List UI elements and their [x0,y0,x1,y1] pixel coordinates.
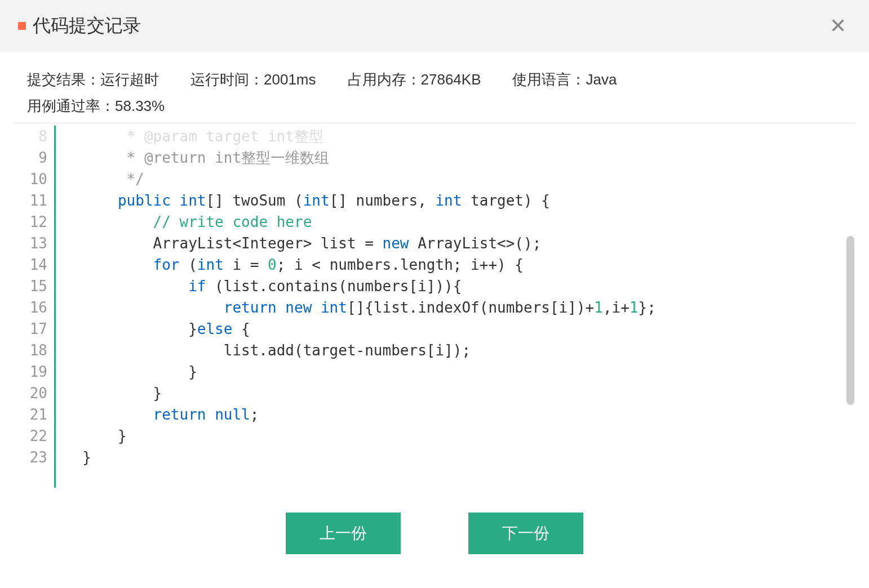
line-number: 8 [14,126,47,147]
result-value: 运行超时 [100,71,159,88]
code-line: */ [65,168,855,190]
code-line: }else { [65,318,855,340]
code-line: public int[] twoSum (int[] numbers, int … [65,190,855,211]
line-number: 15 [14,275,47,297]
code-line: ArrayList<Integer> list = new ArrayList<… [65,233,855,254]
memory-label: 占用内存： [348,71,421,88]
info-row-2: 用例通过率：58.33% [27,93,842,119]
submission-modal: 代码提交记录 ✕ 提交结果：运行超时 运行时间：2001ms 占用内存：2786… [0,0,869,588]
line-number: 18 [14,340,47,361]
line-number: 22 [14,425,47,447]
passrate-value: 58.33% [115,97,165,114]
code-line: } [65,447,855,468]
code-line: } [65,425,855,447]
result-info: 提交结果：运行超时 [27,66,159,93]
line-number-gutter: 891011121314151617181920212223 [14,123,54,490]
result-label: 提交结果： [27,71,100,88]
code-line: * @return int整型一维数组 [65,147,855,168]
modal-title: 代码提交记录 [33,14,141,38]
scrollbar-track[interactable] [846,123,854,490]
line-number: 23 [14,447,47,468]
line-number: 13 [14,233,47,254]
code-line: } [65,382,855,404]
scrollbar-thumb[interactable] [846,236,854,405]
runtime-label: 运行时间： [190,71,264,88]
info-row-1: 提交结果：运行超时 运行时间：2001ms 占用内存：27864KB 使用语言：… [27,66,842,93]
line-number: 16 [14,297,47,318]
language-label: 使用语言： [512,71,586,88]
line-number: 14 [14,254,47,275]
line-number: 17 [14,318,47,340]
code-line: for (int i = 0; i < numbers.length; i++)… [65,254,855,275]
runtime-info: 运行时间：2001ms [190,66,316,93]
line-number: 19 [14,361,47,382]
modal-header: 代码提交记录 ✕ [0,0,869,52]
code-content: * @param target int整型 * @return int整型一维数… [56,123,855,490]
runtime-value: 2001ms [264,71,316,88]
language-info: 使用语言：Java [512,66,617,93]
code-line: } [65,361,855,382]
code-line: list.add(target-numbers[i]); [65,340,855,361]
prev-button[interactable]: 上一份 [286,513,401,554]
passrate-info: 用例通过率：58.33% [27,93,165,119]
line-number: 9 [14,147,47,168]
code-line: return null; [65,404,855,425]
title-marker-icon [18,22,26,30]
close-icon[interactable]: ✕ [825,14,851,38]
line-number: 10 [14,168,47,190]
language-value: Java [586,71,617,88]
code-editor[interactable]: 891011121314151617181920212223 * @param … [14,123,855,490]
memory-info: 占用内存：27864KB [348,66,481,93]
info-bar: 提交结果：运行超时 运行时间：2001ms 占用内存：27864KB 使用语言：… [0,52,869,123]
code-line: if (list.contains(numbers[i])){ [65,275,855,297]
line-number: 21 [14,404,47,425]
modal-title-wrap: 代码提交记录 [18,14,141,38]
code-line: * @param target int整型 [65,126,855,147]
line-number: 11 [14,190,47,211]
button-bar: 上一份 下一份 [0,490,869,588]
line-number: 20 [14,382,47,404]
passrate-label: 用例通过率： [27,97,115,114]
memory-value: 27864KB [421,71,481,88]
next-button[interactable]: 下一份 [468,513,583,554]
line-number: 12 [14,211,47,233]
code-line: return new int[]{list.indexOf(numbers[i]… [65,297,855,318]
code-line: // write code here [65,211,855,233]
